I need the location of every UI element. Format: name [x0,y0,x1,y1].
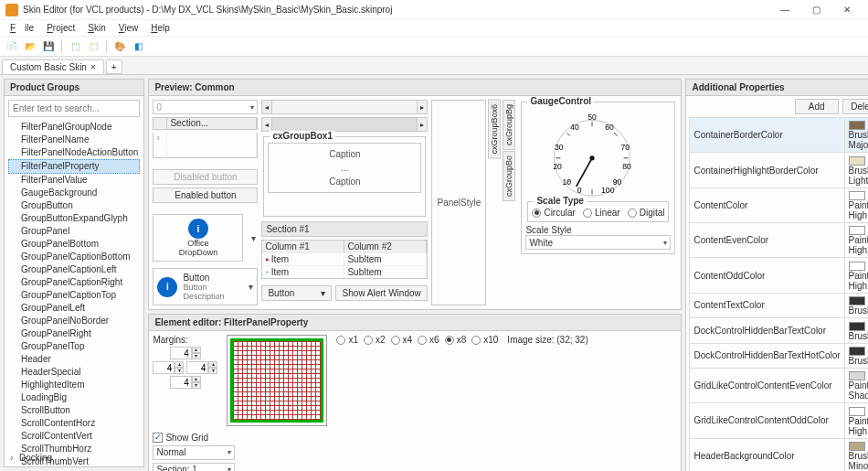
disabled-button: Disabled button [153,169,258,185]
section-combo[interactable]: Section: 1 [153,463,235,472]
button-description-card[interactable]: i Button Button Description ▾ [153,268,258,305]
tree-node[interactable]: GroupButton [8,199,140,212]
add-button[interactable]: Add [795,99,839,114]
tree-node[interactable]: GroupPanelRight [8,327,140,340]
state-combo[interactable]: Normal [153,445,235,460]
vtab-groupbox6[interactable]: cxGroupBox6 [488,100,501,159]
scale-radio-x4[interactable]: x4 [391,335,413,345]
vtab-groupbo[interactable]: cxGroupBo [503,151,515,201]
tab-custom-basic-skin[interactable]: Custom Basic Skin × [2,59,104,74]
svg-text:10: 10 [562,177,571,187]
tool-add-icon[interactable]: ⬚ [67,38,83,55]
panel-element-editor: Element editor: FilterPanelProperty Marg… [148,314,682,471]
tree-node[interactable]: ScrollContentHorz [8,417,140,430]
delete-button[interactable]: Delete [842,99,868,114]
tool-new-icon[interactable]: 📄 [4,38,20,55]
tree-node[interactable]: GroupPanelBottom [8,238,140,251]
button-dropdown[interactable]: Button▾ [261,285,332,301]
tree-node[interactable]: GroupPanelCaptionBottom [8,251,140,263]
radio-linear[interactable]: Linear [583,208,620,218]
title-bar: Skin Editor (for VCL products) - D:\My D… [0,0,868,20]
tab-add-button[interactable]: + [106,59,122,74]
scale-radio-x1[interactable]: x1 [336,335,358,345]
margin-top-spin[interactable]: ▴▾ [170,347,201,359]
tree-node[interactable]: GroupPanelNoBorder [8,315,140,327]
chevron-down-icon[interactable]: ▾ [249,233,258,243]
menu-bar: File Project Skin View Help [0,20,868,37]
tree-node[interactable]: FilterPanelNodeActionButton [8,146,140,159]
close-button[interactable]: ✕ [831,1,863,19]
margin-left-spin[interactable]: ▴▾ [153,361,184,374]
menu-skin[interactable]: Skin [83,21,110,35]
scale-radios[interactable]: x1x2x4x6x8x10Image size: (32; 32) [336,335,587,345]
enabled-button[interactable]: Enabled button [153,187,258,203]
panel-header-element-editor: Element editor: FilterPanelProperty [149,315,681,331]
document-tabs: Custom Basic Skin × + [0,57,868,75]
tree-node[interactable]: FilterPanelGroupNode [8,121,140,134]
tree-node[interactable]: FilterPanelName [8,134,140,146]
tool-palette-icon[interactable]: 🎨 [111,38,128,55]
tree-node[interactable]: LoadingBig [8,391,140,404]
horizontal-scroller[interactable]: ◂▸ [261,100,428,114]
panel-header-additional: Additional Properties [686,80,868,96]
tree-node[interactable]: HeaderSpecial [8,366,140,379]
svg-text:70: 70 [620,143,630,152]
tool-skin-icon[interactable]: ◧ [130,38,146,55]
tool-relation-icon[interactable]: ⬚ [85,38,101,55]
scale-radio-x6[interactable]: x6 [418,335,439,345]
tree-node[interactable]: GroupPanelCaptionRight [8,276,140,289]
menu-help[interactable]: Help [146,21,175,35]
tree-node[interactable]: GroupPanelTop [8,340,140,353]
minimize-button[interactable]: — [769,1,800,19]
svg-text:100: 100 [601,185,615,194]
scale-style-combo[interactable]: White [525,235,671,250]
menu-project[interactable]: Project [42,21,79,35]
tree-node[interactable]: ScrollButton [8,404,140,417]
svg-text:20: 20 [553,161,562,170]
vtab-groupbg[interactable]: cxGroupBg [503,100,515,150]
panel-preview: Preview: Common 0 Section... › Disabled … [148,79,682,310]
office-dropdown-button[interactable]: i Office DropDown [153,214,243,262]
section-header[interactable]: Section #1 [261,221,428,237]
tree-node[interactable]: GroupPanelLeft [8,302,140,315]
preview-list[interactable]: Column #1Column #2 ▪ ItemSubItem ▫ ItemS… [261,240,428,279]
svg-text:0: 0 [577,185,582,194]
cxgroupbox1: cxGroupBox1 Caption ... Caption [263,136,426,217]
tool-save-icon[interactable]: 💾 [40,38,57,55]
product-groups-tree[interactable]: FilterPanelGroupNodeFilterPanelNameFilte… [8,121,140,450]
show-grid-checkbox[interactable]: ✓Show Grid [153,433,208,443]
radio-circular[interactable]: Circular [532,208,575,218]
margins-label: Margins: [153,335,217,345]
menu-view[interactable]: View [114,21,143,35]
tree-node[interactable]: Header [8,353,140,366]
tab-close-icon[interactable]: × [90,62,96,72]
gauge-display: 50 30 70 40 60 20 80 10 90 0 100 [525,108,658,199]
margin-bottom-spin[interactable]: ▴▾ [170,376,201,389]
svg-text:40: 40 [570,122,579,131]
scale-radio-x8[interactable]: x8 [445,335,467,345]
tree-node[interactable]: GroupPanelCaptionTop [8,289,140,302]
tree-node[interactable]: ScrollContentVert [8,430,140,443]
tree-node[interactable]: GroupPanel [8,225,140,238]
search-input[interactable] [8,100,140,117]
chevron-down-icon[interactable]: ▾ [249,282,253,292]
maximize-button[interactable]: ▢ [800,1,831,19]
radio-digital[interactable]: Digital [628,208,665,218]
tree-node[interactable]: HighlightedItem [8,379,140,391]
scale-radio-x10[interactable]: x10 [471,335,498,345]
tree-node[interactable]: FilterPanelProperty [8,159,140,174]
scale-radio-x2[interactable]: x2 [364,335,386,345]
tab-label: Custom Basic Skin [10,62,87,72]
tree-node[interactable]: FilterPanelValue [8,174,140,187]
tree-node[interactable]: GroupButtonExpandGlyph [8,212,140,225]
tree-node[interactable]: GaugeBackground [8,187,140,199]
show-alert-button[interactable]: Show Alert Window [335,285,429,301]
preview-combo[interactable]: 0 [153,100,258,114]
menu-file[interactable]: File [5,21,38,35]
tool-open-icon[interactable]: 📂 [22,38,38,55]
section-grid[interactable]: › [153,133,258,158]
margin-right-spin[interactable]: ▴▾ [186,361,217,374]
horizontal-scroller-b[interactable]: ◂▸ [261,117,428,132]
additional-props-table[interactable]: ContainerBorderColorBrush MajorContainer… [689,117,868,471]
tree-node[interactable]: GroupPanelCaptionLeft [8,263,140,276]
